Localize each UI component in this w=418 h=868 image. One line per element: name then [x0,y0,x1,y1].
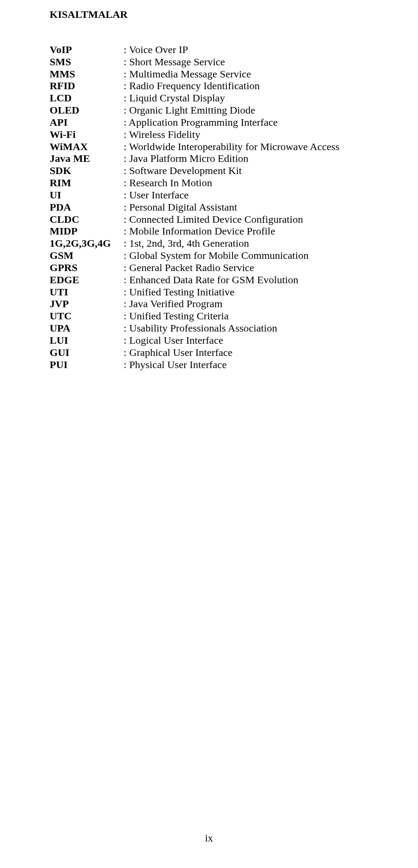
abbreviation-definition: Enhanced Data Rate for GSM Evolution [124,274,369,286]
page-number: ix [0,832,418,844]
abbreviation-definition: Radio Frequency Identification [124,80,369,92]
abbreviation-definition: Java Verified Program [124,298,369,310]
abbreviation-row: MMSMultimedia Message Service [50,68,369,80]
page-title: KISALTMALAR [50,9,369,20]
abbreviation-row: Wi-FiWireless Fidelity [50,129,369,141]
abbreviation-term: UPA [50,322,124,335]
abbreviation-definition: Wireless Fidelity [124,129,369,141]
abbreviation-row: UIUser Interface [50,189,369,201]
abbreviation-row: SDKSoftware Development Kit [50,165,369,177]
abbreviation-term: 1G,2G,3G,4G [50,238,124,250]
abbreviation-row: PDAPersonal Digital Assistant [50,201,369,214]
abbreviation-term: GSM [50,250,124,262]
abbreviation-term: Java ME [50,153,124,165]
abbreviation-term: GUI [50,347,124,359]
abbreviation-term: MIDP [50,225,124,238]
abbreviation-definition: Multimedia Message Service [124,68,369,80]
abbreviation-row: RIMResearch In Motion [50,177,369,189]
abbreviation-term: LUI [50,335,124,347]
abbreviation-term: UTI [50,286,124,298]
abbreviation-row: GSMGlobal System for Mobile Communicatio… [50,250,369,262]
abbreviation-definition: Software Development Kit [124,165,369,177]
abbreviation-term: RIM [50,177,124,189]
abbreviation-term: API [50,117,124,129]
abbreviation-definition: Personal Digital Assistant [124,201,369,214]
abbreviation-definition: Logical User Interface [124,335,369,347]
abbreviation-term: VoIP [50,44,124,56]
abbreviation-term: CLDC [50,214,124,226]
abbreviation-row: CLDCConnected Limited Device Configurati… [50,214,369,226]
abbreviation-term: Wi-Fi [50,129,124,141]
abbreviation-row: APIApplication Programming Interface [50,117,369,129]
abbreviation-list: VoIPVoice Over IPSMSShort Message Servic… [50,44,369,371]
abbreviation-definition: Global System for Mobile Communication [124,250,369,262]
abbreviation-row: RFIDRadio Frequency Identification [50,80,369,92]
document-page: KISALTMALAR VoIPVoice Over IPSMSShort Me… [0,0,418,371]
abbreviation-row: VoIPVoice Over IP [50,44,369,56]
abbreviation-row: GPRSGeneral Packet Radio Service [50,262,369,274]
abbreviation-row: SMSShort Message Service [50,56,369,68]
abbreviation-definition: Java Platform Micro Edition [124,153,369,165]
abbreviation-definition: Worldwide Interoperability for Microwave… [124,141,369,153]
abbreviation-term: LCD [50,92,124,104]
abbreviation-term: EDGE [50,274,124,286]
abbreviation-term: SMS [50,56,124,68]
abbreviation-row: UTIUnified Testing Initiative [50,286,369,298]
abbreviation-definition: Organic Light Emitting Diode [124,104,369,117]
abbreviation-row: PUIPhysical User Interface [50,359,369,371]
abbreviation-term: WiMAX [50,141,124,153]
abbreviation-term: OLED [50,104,124,117]
abbreviation-term: MMS [50,68,124,80]
abbreviation-row: Java MEJava Platform Micro Edition [50,153,369,165]
abbreviation-term: UTC [50,310,124,322]
abbreviation-definition: Unified Testing Initiative [124,286,369,298]
abbreviation-definition: General Packet Radio Service [124,262,369,274]
abbreviation-definition: Mobile Information Device Profile [124,225,369,238]
abbreviation-definition: Graphical User Interface [124,347,369,359]
abbreviation-term: SDK [50,165,124,177]
abbreviation-row: WiMAXWorldwide Interoperability for Micr… [50,141,369,153]
abbreviation-definition: Physical User Interface [124,359,369,371]
abbreviation-definition: Short Message Service [124,56,369,68]
abbreviation-term: JVP [50,298,124,310]
abbreviation-row: 1G,2G,3G,4G1st, 2nd, 3rd, 4th Generation [50,238,369,250]
abbreviation-definition: Connected Limited Device Configuration [124,214,369,226]
abbreviation-definition: User Interface [124,189,369,201]
abbreviation-term: PUI [50,359,124,371]
abbreviation-row: GUIGraphical User Interface [50,347,369,359]
abbreviation-row: EDGEEnhanced Data Rate for GSM Evolution [50,274,369,286]
abbreviation-definition: Unified Testing Criteria [124,310,369,322]
abbreviation-term: UI [50,189,124,201]
abbreviation-row: LUILogical User Interface [50,335,369,347]
abbreviation-definition: Voice Over IP [124,44,369,56]
abbreviation-row: UPAUsability Professionals Association [50,322,369,335]
abbreviation-definition: Application Programming Interface [124,117,369,129]
abbreviation-row: MIDPMobile Information Device Profile [50,225,369,238]
abbreviation-row: LCDLiquid Crystal Display [50,92,369,104]
abbreviation-definition: 1st, 2nd, 3rd, 4th Generation [124,238,369,250]
abbreviation-term: GPRS [50,262,124,274]
abbreviation-definition: Usability Professionals Association [124,322,369,335]
abbreviation-row: UTCUnified Testing Criteria [50,310,369,322]
abbreviation-term: PDA [50,201,124,214]
abbreviation-row: JVPJava Verified Program [50,298,369,310]
abbreviation-row: OLEDOrganic Light Emitting Diode [50,104,369,117]
abbreviation-definition: Research In Motion [124,177,369,189]
abbreviation-definition: Liquid Crystal Display [124,92,369,104]
abbreviation-term: RFID [50,80,124,92]
